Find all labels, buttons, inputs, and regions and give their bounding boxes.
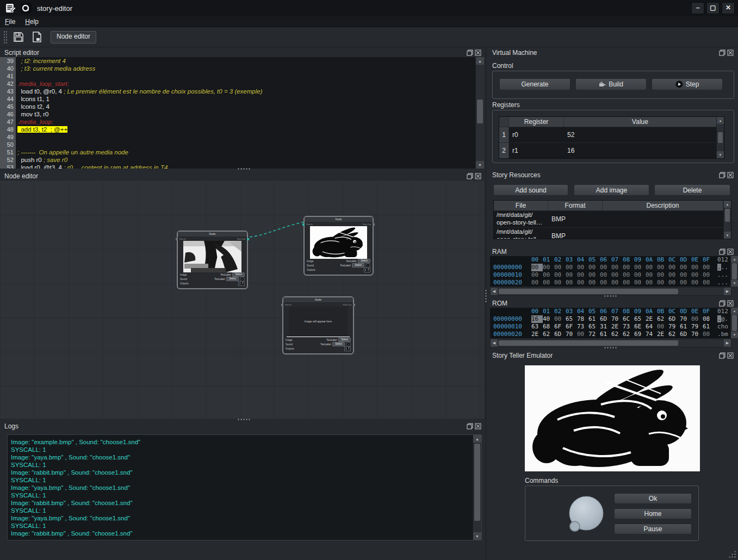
media-node-rabbit[interactable]: Node Port InPort Out xyxy=(303,216,374,276)
splitter-handle[interactable] xyxy=(604,295,618,297)
generate-button[interactable]: Generate xyxy=(499,78,570,90)
port-out-dot[interactable] xyxy=(373,223,375,226)
add-sound-button[interactable]: Add sound xyxy=(493,184,568,196)
hex-row[interactable]: 000000202E626D70007261626269742E626D7000… xyxy=(490,331,730,338)
select-image-button[interactable]: Select xyxy=(358,259,370,263)
log-line: SYSCALL: 1 xyxy=(8,522,481,530)
resource-row[interactable]: /mnt/data/git/open-story-tellBMP xyxy=(494,227,731,239)
logs-vscrollbar[interactable]: ▲ ▼ xyxy=(473,435,481,540)
maximize-button[interactable]: ▢ xyxy=(706,2,720,14)
log-line: Image: "rabbit.bmp" , Sound: "choose1.sn… xyxy=(8,530,481,537)
delete-button[interactable]: Delete xyxy=(654,184,730,196)
rom-hex-view[interactable]: 000102030405060708090A0B0C0D0E0F01200000… xyxy=(490,308,730,338)
hex-row[interactable]: 0000000000000000000000000000000000000000… xyxy=(490,264,730,271)
code-line: 45 lcons t2, 4 xyxy=(0,103,484,110)
register-column-header: Register xyxy=(509,117,564,127)
toolbar: Node editor xyxy=(0,27,738,47)
select-sound-button[interactable]: Select xyxy=(226,277,239,281)
code-line: 42.media_loop_start: xyxy=(0,80,484,88)
log-line: SYSCALL: 1 xyxy=(8,507,481,514)
register-row[interactable]: 1r052 xyxy=(499,127,724,142)
splitter-handle[interactable] xyxy=(604,346,618,349)
select-image-button[interactable]: Select xyxy=(338,338,351,342)
node-editor-toggle-button[interactable]: Node editor xyxy=(51,31,96,43)
rom-vscrollbar[interactable]: ▲ ▼ xyxy=(730,308,738,338)
float-icon[interactable] xyxy=(467,423,473,430)
media-node-story[interactable]: Node Port InPort Out ImageTextLabelSelec… xyxy=(177,231,248,289)
select-sound-button[interactable]: Select xyxy=(332,342,345,346)
close-icon[interactable] xyxy=(727,172,734,178)
resources-vscrollbar[interactable]: ▲ ▼ xyxy=(723,201,731,239)
close-icon[interactable] xyxy=(727,300,734,307)
home-button[interactable]: Home xyxy=(614,508,692,519)
close-icon[interactable] xyxy=(475,423,481,430)
scroll-down-icon[interactable]: ▼ xyxy=(473,532,481,540)
log-line: SYSCALL: 1 xyxy=(8,491,481,499)
code-editor-vscrollbar[interactable]: ▲ ▼ xyxy=(475,57,484,169)
close-icon[interactable] xyxy=(475,173,481,179)
node-editor-title: Node editor xyxy=(4,172,38,180)
close-icon[interactable] xyxy=(727,248,734,255)
port-in-dot[interactable] xyxy=(302,223,305,226)
code-editor[interactable]: 39 ; t2: increment 440 ; t3: current med… xyxy=(0,57,484,169)
float-icon[interactable] xyxy=(467,49,473,56)
close-icon[interactable] xyxy=(727,49,734,56)
scroll-up-icon[interactable]: ▲ xyxy=(473,435,481,443)
float-icon[interactable] xyxy=(467,173,473,179)
node-image-thumbnail xyxy=(183,241,241,272)
menu-file[interactable]: File xyxy=(0,18,20,26)
float-icon[interactable] xyxy=(719,300,725,307)
outputs-spinner[interactable]: 1▲▼ xyxy=(344,346,351,351)
control-label: Control xyxy=(492,62,513,70)
ok-button[interactable]: Ok xyxy=(614,493,692,504)
port-out-dot[interactable] xyxy=(247,238,249,240)
titlebar[interactable]: story-editor – ▢ ✕ xyxy=(0,0,738,16)
hex-row[interactable]: 0000002000000000000000000000000000000000… xyxy=(490,279,730,287)
ram-vscrollbar[interactable]: ▲ ▼ xyxy=(730,256,738,287)
node-image-placeholder: Image will appear here xyxy=(289,307,348,336)
float-icon[interactable] xyxy=(719,172,725,178)
step-button[interactable]: Step xyxy=(652,78,723,90)
add-image-button[interactable]: Add image xyxy=(574,184,649,196)
jog-knob[interactable] xyxy=(555,486,621,540)
port-out-dot[interactable] xyxy=(353,304,355,306)
log-output[interactable]: Image: "example.bmp" , Sound: "choose1.s… xyxy=(7,434,482,540)
save-button[interactable] xyxy=(11,30,26,44)
close-icon[interactable] xyxy=(727,352,734,359)
ram-hex-view[interactable]: 000102030405060708090A0B0C0D0E0F01200000… xyxy=(490,256,730,287)
close-button[interactable]: ✕ xyxy=(722,2,735,14)
build-button[interactable]: Build xyxy=(575,78,647,90)
scroll-up-icon[interactable]: ▲ xyxy=(476,57,484,65)
hex-row[interactable]: 0000001000000000000000000000000000000000… xyxy=(490,271,730,279)
select-sound-button[interactable]: Select xyxy=(352,263,364,267)
float-icon[interactable] xyxy=(719,352,725,359)
splitter-handle-vertical[interactable] xyxy=(485,289,487,303)
port-in-dot[interactable] xyxy=(281,304,283,306)
node-graph-canvas[interactable]: Node Port InPort Out ImageTextLabelSelec… xyxy=(0,181,484,419)
float-icon[interactable] xyxy=(719,248,725,255)
register-row[interactable]: 2r116 xyxy=(499,142,724,158)
resources-table[interactable]: File Format Description /mnt/data/git/op… xyxy=(493,200,731,239)
close-icon[interactable] xyxy=(475,49,481,56)
minimize-button[interactable]: – xyxy=(691,2,704,14)
float-icon[interactable] xyxy=(719,49,725,56)
splitter-handle[interactable] xyxy=(237,167,251,170)
toolbar-drag-handle[interactable] xyxy=(3,30,7,43)
media-node-empty[interactable]: Node Port InPort Out Image will appear h… xyxy=(282,296,354,354)
code-line: 52 push r0 ; save r0 xyxy=(0,156,484,164)
select-image-button[interactable]: Select xyxy=(232,272,245,277)
registers-vscrollbar[interactable]: ▲ ▼ xyxy=(716,117,724,158)
resource-row[interactable]: /mnt/data/git/open-story-tell…BMP xyxy=(494,210,731,227)
port-in-dot[interactable] xyxy=(176,238,178,240)
pause-button[interactable]: Pause xyxy=(614,524,692,534)
menu-help[interactable]: Help xyxy=(20,18,44,26)
outputs-spinner[interactable]: 1▲▼ xyxy=(364,267,370,272)
hex-row[interactable]: 000000001640006578616D706C652E626D700008… xyxy=(490,315,730,323)
hex-row[interactable]: 0000001063686F6F7365312E736E640079617961… xyxy=(490,323,730,331)
scroll-down-icon[interactable]: ▼ xyxy=(476,161,484,169)
splitter-handle[interactable] xyxy=(237,418,251,421)
new-file-button[interactable] xyxy=(30,30,44,44)
log-line: Image: "rabbit.bmp" , Sound: "choose1.sn… xyxy=(8,469,481,476)
outputs-spinner[interactable]: 1▲▼ xyxy=(238,281,245,286)
registers-table[interactable]: Register Value 1r0522r116 ▲ ▼ xyxy=(499,116,724,159)
